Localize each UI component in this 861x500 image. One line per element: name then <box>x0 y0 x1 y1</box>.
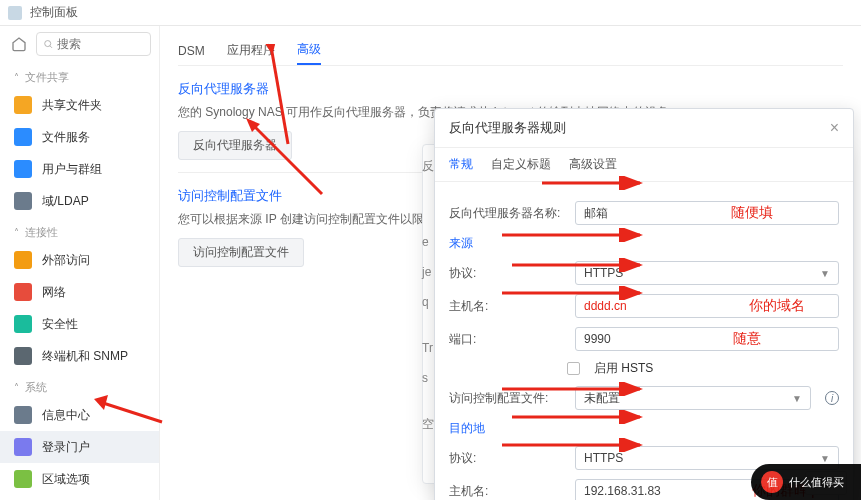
dialog-title: 反向代理服务器规则 <box>449 119 566 137</box>
group-connectivity[interactable]: ˄连接性 <box>0 217 159 244</box>
input-src-port[interactable] <box>575 327 839 351</box>
window-title: 控制面板 <box>30 4 78 21</box>
svg-point-0 <box>45 41 51 47</box>
group-file-sharing[interactable]: ˄文件共享 <box>0 62 159 89</box>
label-proxy-name: 反向代理服务器名称: <box>449 205 567 222</box>
label-dst-protocol: 协议: <box>449 450 567 467</box>
checkbox-hsts[interactable] <box>567 362 580 375</box>
annotation-name: 随便填 <box>731 204 773 222</box>
window-titlebar: 控制面板 <box>0 0 861 26</box>
close-icon[interactable]: × <box>830 119 839 137</box>
source-header: 来源 <box>449 235 839 252</box>
sidebar-item-domain-ldap[interactable]: 域/LDAP <box>0 185 159 217</box>
dialog-tab-custom-header[interactable]: 自定义标题 <box>491 148 551 181</box>
sidebar-item-network[interactable]: 网络 <box>0 276 159 308</box>
input-proxy-name[interactable] <box>575 201 839 225</box>
reverse-proxy-button[interactable]: 反向代理服务器 <box>178 131 292 160</box>
dialog-tab-advanced[interactable]: 高级设置 <box>569 148 617 181</box>
tab-advanced[interactable]: 高级 <box>297 36 321 65</box>
app-icon <box>8 6 22 20</box>
sidebar-item-shared-folder[interactable]: 共享文件夹 <box>0 89 159 121</box>
label-acl: 访问控制配置文件: <box>449 390 567 407</box>
sidebar-item-info-center[interactable]: 信息中心 <box>0 399 159 431</box>
search-input[interactable] <box>36 32 151 56</box>
acl-button[interactable]: 访问控制配置文件 <box>178 238 304 267</box>
label-src-protocol: 协议: <box>449 265 567 282</box>
sidebar-item-external-access[interactable]: 外部访问 <box>0 244 159 276</box>
tab-apps[interactable]: 应用程序 <box>227 36 275 65</box>
sidebar-item-terminal-snmp[interactable]: 终端机和 SNMP <box>0 340 159 372</box>
info-icon[interactable]: i <box>825 391 839 405</box>
sidebar-item-notification[interactable]: 通知设置 <box>0 495 159 500</box>
sidebar-item-file-services[interactable]: 文件服务 <box>0 121 159 153</box>
label-dst-host: 主机名: <box>449 483 567 500</box>
dialog-tab-general[interactable]: 常规 <box>449 148 473 181</box>
reverse-proxy-rule-dialog: 反向代理服务器规则 × 常规 自定义标题 高级设置 反向代理服务器名称: 随便填… <box>434 108 854 500</box>
dest-header: 目的地 <box>449 420 839 437</box>
label-src-host: 主机名: <box>449 298 567 315</box>
label-hsts: 启用 HSTS <box>594 360 653 377</box>
watermark-icon: 值 <box>761 471 783 493</box>
search-icon <box>43 38 53 50</box>
sidebar-item-regional-options[interactable]: 区域选项 <box>0 463 159 495</box>
sidebar-item-user-group[interactable]: 用户与群组 <box>0 153 159 185</box>
dialog-tabs: 常规 自定义标题 高级设置 <box>435 148 853 182</box>
sidebar-item-security[interactable]: 安全性 <box>0 308 159 340</box>
label-src-port: 端口: <box>449 331 567 348</box>
sidebar-item-login-portal[interactable]: 登录门户 <box>0 431 159 463</box>
select-src-protocol[interactable]: HTTPS▼ <box>575 261 839 285</box>
tab-dsm[interactable]: DSM <box>178 36 205 65</box>
annotation-host: 你的域名 <box>749 297 805 315</box>
group-system[interactable]: ˄系统 <box>0 372 159 399</box>
annotation-port: 随意 <box>733 330 761 348</box>
svg-line-1 <box>50 46 52 48</box>
background-modal-peek: 反 e je q Tr s 空 <box>422 144 434 436</box>
select-acl[interactable]: 未配置▼ <box>575 386 811 410</box>
sidebar: ˄文件共享 共享文件夹 文件服务 用户与群组 域/LDAP ˄连接性 外部访问 … <box>0 26 160 500</box>
home-icon[interactable] <box>8 33 30 55</box>
main-tabs: DSM 应用程序 高级 <box>178 36 843 66</box>
watermark: 值 什么值得买 <box>751 464 861 500</box>
section-reverse-proxy-title: 反向代理服务器 <box>178 80 843 98</box>
